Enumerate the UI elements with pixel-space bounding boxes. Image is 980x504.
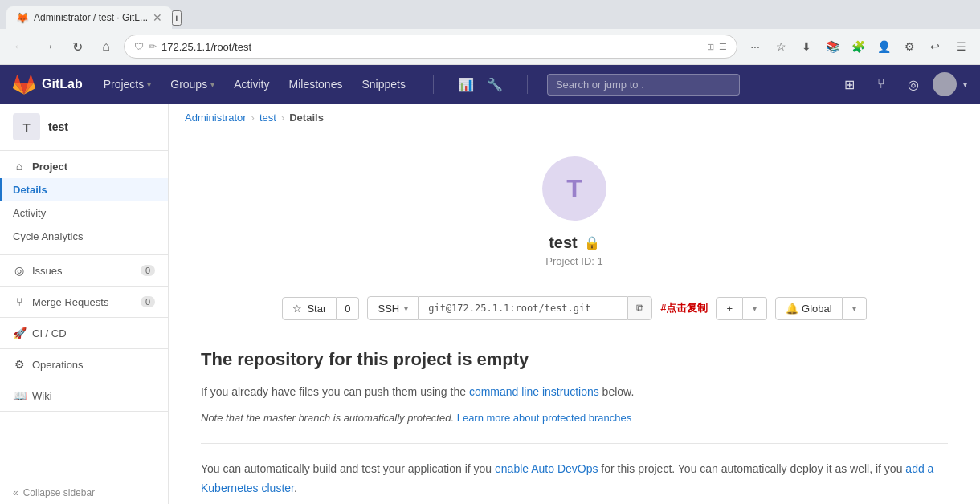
- menu-button[interactable]: ☰: [949, 35, 972, 58]
- sidebar-section-project-header[interactable]: ⌂ Project: [0, 154, 168, 178]
- tab-close-button[interactable]: ✕: [153, 11, 162, 24]
- project-title: test 🔒: [185, 234, 964, 252]
- nav-snippets[interactable]: Snippets: [353, 73, 413, 96]
- breadcrumb-test[interactable]: test: [259, 112, 276, 124]
- sidebar-divider-4: [0, 348, 168, 349]
- sidebar-divider-6: [0, 411, 168, 412]
- star-button[interactable]: ☆ Star: [282, 297, 337, 320]
- star-count-button[interactable]: 0: [337, 297, 359, 320]
- tab-title: Administrator / test · GitL...: [34, 12, 148, 23]
- merge-requests-icon-button[interactable]: ⑂: [868, 71, 894, 97]
- profile-button[interactable]: 👤: [872, 35, 895, 58]
- star-icon: ☆: [292, 303, 302, 315]
- sidebar-item-cicd[interactable]: 🚀 CI / CD: [0, 321, 168, 345]
- bell-icon: 🔔: [786, 303, 798, 315]
- action-bar: ☆ Star 0 SSH ▾ git@172.25.1.1:root/test.…: [169, 283, 980, 333]
- copy-annotation-container: #点击复制: [660, 301, 708, 315]
- breadcrumb-administrator[interactable]: Administrator: [185, 112, 247, 124]
- top-navigation: GitLab Projects ▾ Groups ▾ Activity Mile…: [0, 65, 980, 104]
- projects-caret-icon: ▾: [147, 80, 151, 89]
- add-button[interactable]: +: [716, 297, 743, 320]
- extensions-button[interactable]: 🧩: [847, 35, 869, 58]
- merge-requests-sidebar-icon: ⑂: [13, 295, 26, 308]
- ssh-dropdown-button[interactable]: SSH ▾: [367, 296, 419, 320]
- content-divider: [201, 443, 948, 444]
- ssh-caret-icon: ▾: [404, 304, 408, 313]
- settings-button[interactable]: ⚙: [898, 35, 921, 58]
- copy-tooltip-container: ⧉: [627, 296, 652, 320]
- back-button[interactable]: ←: [8, 35, 31, 58]
- copy-icon: ⧉: [636, 302, 643, 315]
- nav-milestones[interactable]: Milestones: [281, 73, 351, 96]
- activity-label: Activity: [13, 207, 46, 219]
- reader-icon: ☰: [719, 42, 727, 52]
- address-bar[interactable]: 🛡 ✏ 172.25.1.1/root/test ⊞ ☰: [124, 35, 737, 59]
- collapse-sidebar-button[interactable]: « Collapse sidebar: [0, 481, 168, 504]
- issues-sidebar-label: Issues: [32, 265, 63, 277]
- operations-sidebar-icon: ⚙: [13, 358, 26, 371]
- new-item-button[interactable]: ⊞: [836, 71, 862, 97]
- sidebar-project-header: T test: [0, 104, 168, 151]
- bookmarks-bar-button[interactable]: 📚: [821, 35, 843, 58]
- repo-empty-title: The repository for this project is empty: [201, 349, 948, 370]
- notify-label: Global: [802, 303, 832, 315]
- nav-separator: [433, 75, 434, 94]
- breadcrumb-current: Details: [289, 112, 324, 124]
- gitlab-fox-icon: [13, 73, 35, 96]
- sidebar-item-details[interactable]: Details: [0, 178, 168, 201]
- new-tab-button[interactable]: +: [172, 10, 182, 26]
- nav-groups-label: Groups: [170, 78, 207, 91]
- browser-tab-active[interactable]: 🦊 Administrator / test · GitL... ✕: [6, 6, 172, 29]
- nav-projects[interactable]: Projects ▾: [96, 73, 160, 96]
- sidebar-item-wiki[interactable]: 📖 Wiki: [0, 384, 168, 408]
- download-button[interactable]: ⬇: [795, 35, 818, 58]
- notify-button[interactable]: 🔔 Global: [775, 297, 843, 320]
- reload-button[interactable]: ↻: [66, 35, 88, 58]
- sidebar-item-operations[interactable]: ⚙ Operations: [0, 352, 168, 376]
- copy-url-button[interactable]: ⧉: [627, 296, 652, 320]
- add-dropdown-button[interactable]: ▾: [743, 297, 767, 320]
- collapse-label: Collapse sidebar: [23, 487, 95, 498]
- wrench-icon-button[interactable]: 🔧: [482, 71, 508, 97]
- issues-sidebar-icon: ◎: [13, 264, 26, 277]
- gitlab-logo[interactable]: GitLab: [13, 73, 83, 96]
- main-layout: T test ⌂ Project Details Activity Cycle …: [0, 104, 980, 504]
- sidebar-divider-3: [0, 317, 168, 318]
- project-id: Project ID: 1: [185, 255, 964, 267]
- project-lock-icon: 🔒: [584, 235, 600, 250]
- url-text: 172.25.1.1/root/test: [161, 41, 702, 53]
- sidebar-project-section-label: Project: [32, 161, 67, 173]
- bookmark-button[interactable]: ☆: [770, 35, 792, 58]
- forward-button[interactable]: →: [37, 35, 59, 58]
- repo-empty-text-1: If you already have files you can push t…: [201, 383, 948, 400]
- sidebar-divider-1: [0, 254, 168, 255]
- empty-repo-prefix: If you already have files you can push t…: [201, 385, 469, 398]
- command-line-link[interactable]: command line instructions: [469, 385, 599, 398]
- operations-sidebar-label: Operations: [32, 359, 84, 371]
- search-input[interactable]: [547, 74, 740, 96]
- undo-button[interactable]: ↩: [924, 35, 946, 58]
- home-button[interactable]: ⌂: [95, 35, 117, 58]
- issues-icon-button[interactable]: ◎: [900, 71, 926, 97]
- sidebar-item-cycle-analytics[interactable]: Cycle Analytics: [0, 225, 168, 248]
- user-avatar[interactable]: [933, 72, 957, 96]
- ssh-label: SSH: [378, 303, 399, 315]
- star-label: Star: [307, 303, 326, 315]
- browser-toolbar: ← → ↻ ⌂ 🛡 ✏ 172.25.1.1/root/test ⊞ ☰ ···…: [0, 29, 980, 64]
- protected-branches-link[interactable]: Learn more about protected branches: [457, 412, 632, 424]
- nav-activity[interactable]: Activity: [226, 73, 277, 96]
- enable-autodevops-link[interactable]: enable Auto DevOps: [495, 462, 598, 475]
- add-caret-icon: ▾: [753, 304, 757, 313]
- project-name: test: [549, 234, 578, 252]
- sidebar-item-activity[interactable]: Activity: [0, 201, 168, 225]
- sidebar-item-merge-requests[interactable]: ⑂ Merge Requests 0: [0, 290, 168, 314]
- notify-dropdown-button[interactable]: ▾: [843, 297, 867, 320]
- repo-url-display: git@172.25.1.1:root/test.git: [419, 296, 627, 320]
- breadcrumb-sep-2: ›: [281, 112, 284, 124]
- nav-right-group: ⊞ ⑂ ◎ ▾: [836, 71, 967, 97]
- nav-groups[interactable]: Groups ▾: [162, 73, 223, 96]
- more-button[interactable]: ···: [744, 35, 766, 58]
- sidebar-item-issues[interactable]: ◎ Issues 0: [0, 258, 168, 282]
- chart-icon-button[interactable]: 📊: [453, 71, 479, 97]
- browser-chrome: 🦊 Administrator / test · GitL... ✕ + ← →…: [0, 0, 980, 65]
